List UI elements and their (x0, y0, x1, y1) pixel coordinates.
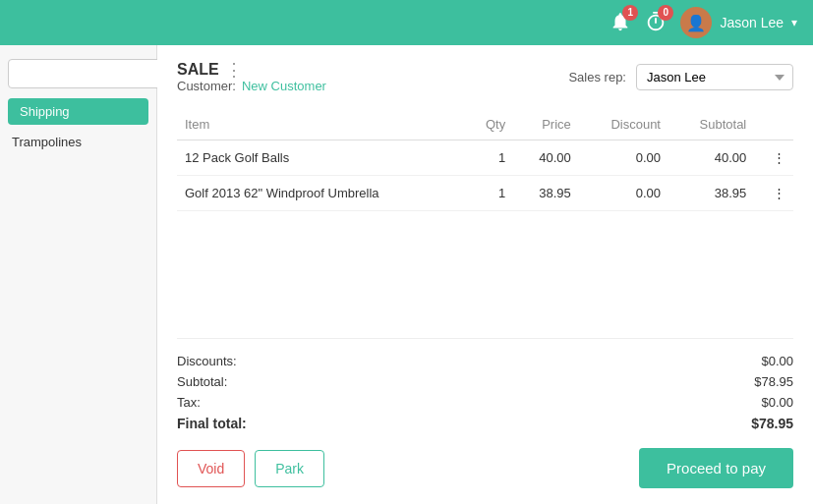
row-action-menu-0[interactable]: ⋮ (754, 140, 793, 176)
timer-badge: 0 (658, 5, 673, 21)
action-left: Void Park (177, 450, 324, 487)
col-qty: Qty (465, 111, 514, 140)
row-discount: 0.00 (579, 140, 668, 176)
user-chevron-icon: ▾ (791, 16, 797, 29)
sidebar-item-trampolines[interactable]: Trampolines (0, 129, 156, 155)
sale-header: SALE ⋮ Customer: New Customer Sales rep:… (177, 61, 793, 93)
customer-link[interactable]: New Customer (242, 79, 326, 93)
final-label: Final total: (177, 416, 247, 431)
table-row: Golf 2013 62" Windproof Umbrella 1 38.95… (177, 176, 793, 211)
row-subtotal: 40.00 (668, 140, 754, 176)
col-price: Price (513, 111, 579, 140)
table-row: 12 Pack Golf Balls 1 40.00 0.00 40.00 ⋮ (177, 140, 793, 176)
sidebar: Shipping Trampolines (0, 45, 157, 504)
void-button[interactable]: Void (177, 450, 245, 487)
row-discount: 0.00 (579, 176, 668, 211)
sidebar-item-shipping[interactable]: Shipping (8, 98, 148, 125)
customer-label: Customer: (177, 79, 236, 93)
sale-table: Item Qty Price Discount Subtotal 12 Pack… (177, 111, 793, 211)
final-value: $78.95 (751, 416, 793, 431)
user-menu[interactable]: 👤 Jason Lee ▾ (680, 7, 797, 38)
subtotal-value: $78.95 (754, 374, 793, 389)
user-name-label: Jason Lee (720, 15, 784, 30)
row-item-name: Golf 2013 62" Windproof Umbrella (177, 176, 465, 211)
totals-section: Discounts: $0.00 Subtotal: $78.95 Tax: $… (177, 338, 793, 434)
row-subtotal: 38.95 (668, 176, 754, 211)
tax-value: $0.00 (761, 395, 793, 410)
tax-label: Tax: (177, 395, 201, 410)
sales-rep-select[interactable]: Jason Lee (636, 64, 793, 90)
subtotal-row: Subtotal: $78.95 (177, 371, 793, 392)
main-content: SALE ⋮ Customer: New Customer Sales rep:… (157, 45, 813, 504)
bell-badge: 1 (622, 5, 638, 21)
row-qty: 1 (465, 140, 514, 176)
park-button[interactable]: Park (255, 450, 324, 487)
sidebar-search-row (0, 53, 156, 94)
discounts-row: Discounts: $0.00 (177, 351, 793, 371)
row-price: 38.95 (513, 176, 579, 211)
sale-title: SALE (177, 61, 219, 79)
row-item-name: 12 Pack Golf Balls (177, 140, 465, 176)
col-item: Item (177, 111, 465, 140)
sale-title-row: SALE ⋮ (177, 61, 326, 79)
top-navigation: 1 0 👤 Jason Lee ▾ (0, 0, 813, 45)
avatar: 👤 (680, 7, 712, 38)
customer-row: Customer: New Customer (177, 79, 326, 93)
row-qty: 1 (465, 176, 514, 211)
action-row: Void Park Proceed to pay (177, 448, 793, 488)
app-layout: Shipping Trampolines SALE ⋮ Customer: Ne… (0, 45, 813, 504)
subtotal-label: Subtotal: (177, 374, 227, 389)
notifications-icon-wrap[interactable]: 1 (610, 11, 631, 35)
sale-menu-icon[interactable]: ⋮ (225, 61, 243, 79)
sales-rep-row: Sales rep: Jason Lee (568, 64, 793, 90)
discounts-label: Discounts: (177, 354, 237, 368)
discounts-value: $0.00 (761, 354, 793, 368)
sales-rep-label: Sales rep: (568, 70, 626, 84)
table-body: 12 Pack Golf Balls 1 40.00 0.00 40.00 ⋮ … (177, 140, 793, 211)
row-price: 40.00 (513, 140, 579, 176)
col-discount: Discount (579, 111, 668, 140)
tax-row: Tax: $0.00 (177, 392, 793, 413)
timer-icon-wrap[interactable]: 0 (645, 11, 667, 35)
proceed-to-pay-button[interactable]: Proceed to pay (639, 448, 793, 488)
final-total-row: Final total: $78.95 (177, 413, 793, 434)
row-action-menu-1[interactable]: ⋮ (754, 176, 793, 211)
table-header: Item Qty Price Discount Subtotal (177, 111, 793, 140)
col-subtotal: Subtotal (668, 111, 754, 140)
